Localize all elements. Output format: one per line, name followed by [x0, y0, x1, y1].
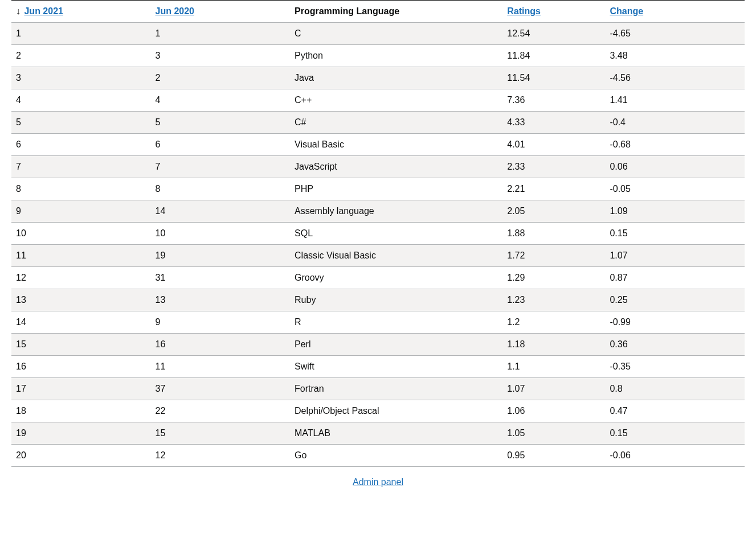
header-link-change[interactable]: Change: [610, 6, 643, 16]
table-header-row: ↓ Jun 2021 Jun 2020 Programming Language…: [11, 1, 745, 23]
cell-change: 0.8: [605, 378, 745, 400]
cell-language: JavaScript: [290, 156, 502, 178]
cell-ratings: 7.36: [502, 89, 605, 112]
table-row: 1516Perl1.180.36: [11, 334, 745, 356]
cell-ratings: 2.21: [502, 178, 605, 200]
cell-language: Swift: [290, 356, 502, 378]
table-row: 88PHP2.21-0.05: [11, 178, 745, 200]
cell-language: Groovy: [290, 267, 502, 289]
cell-change: -4.65: [605, 23, 745, 45]
cell-language: R: [290, 311, 502, 334]
table-row: 55C#4.33-0.4: [11, 112, 745, 134]
cell-language: SQL: [290, 223, 502, 245]
cell-ratings: 4.01: [502, 134, 605, 156]
cell-ratings: 2.05: [502, 200, 605, 223]
cell-change: -0.4: [605, 112, 745, 134]
cell-language: C: [290, 23, 502, 45]
cell-jun2020: 16: [151, 334, 291, 356]
cell-language: Ruby: [290, 289, 502, 311]
cell-ratings: 1.06: [502, 400, 605, 422]
cell-jun2021: 19: [11, 422, 151, 445]
table-row: 1119Classic Visual Basic1.721.07: [11, 245, 745, 267]
cell-jun2020: 3: [151, 45, 291, 67]
cell-jun2021: 2: [11, 45, 151, 67]
cell-jun2020: 11: [151, 356, 291, 378]
cell-ratings: 1.29: [502, 267, 605, 289]
cell-language: Go: [290, 445, 502, 467]
cell-ratings: 2.33: [502, 156, 605, 178]
cell-jun2021: 20: [11, 445, 151, 467]
table-row: 1313Ruby1.230.25: [11, 289, 745, 311]
cell-jun2020: 15: [151, 422, 291, 445]
cell-jun2020: 12: [151, 445, 291, 467]
table-row: 1231Groovy1.290.87: [11, 267, 745, 289]
cell-ratings: 1.23: [502, 289, 605, 311]
cell-jun2021: 13: [11, 289, 151, 311]
cell-jun2021: 11: [11, 245, 151, 267]
cell-change: 0.25: [605, 289, 745, 311]
header-ratings[interactable]: Ratings: [502, 1, 605, 23]
cell-ratings: 1.2: [502, 311, 605, 334]
cell-jun2020: 4: [151, 89, 291, 112]
cell-jun2021: 18: [11, 400, 151, 422]
table-row: 2012Go0.95-0.06: [11, 445, 745, 467]
cell-jun2020: 10: [151, 223, 291, 245]
table-row: 32Java11.54-4.56: [11, 67, 745, 89]
table-row: 66Visual Basic4.01-0.68: [11, 134, 745, 156]
cell-change: 0.15: [605, 223, 745, 245]
cell-language: Delphi/Object Pascal: [290, 400, 502, 422]
cell-language: Fortran: [290, 378, 502, 400]
header-language: Programming Language: [290, 1, 502, 23]
cell-jun2021: 9: [11, 200, 151, 223]
cell-language: Java: [290, 67, 502, 89]
header-link-jun2020[interactable]: Jun 2020: [156, 6, 194, 16]
cell-language: Visual Basic: [290, 134, 502, 156]
cell-jun2020: 5: [151, 112, 291, 134]
header-jun2020[interactable]: Jun 2020: [151, 1, 291, 23]
cell-change: -0.99: [605, 311, 745, 334]
cell-jun2021: 14: [11, 311, 151, 334]
table-body: 11C12.54-4.6523Python11.843.4832Java11.5…: [11, 23, 745, 467]
header-change[interactable]: Change: [605, 1, 745, 23]
cell-ratings: 1.18: [502, 334, 605, 356]
cell-jun2021: 12: [11, 267, 151, 289]
cell-change: -0.06: [605, 445, 745, 467]
cell-change: -0.68: [605, 134, 745, 156]
cell-jun2020: 22: [151, 400, 291, 422]
table-row: 11C12.54-4.65: [11, 23, 745, 45]
header-link-ratings[interactable]: Ratings: [507, 6, 541, 16]
cell-ratings: 1.88: [502, 223, 605, 245]
cell-jun2021: 15: [11, 334, 151, 356]
cell-change: -4.56: [605, 67, 745, 89]
table-row: 77JavaScript2.330.06: [11, 156, 745, 178]
cell-jun2020: 7: [151, 156, 291, 178]
cell-language: MATLAB: [290, 422, 502, 445]
admin-panel-link[interactable]: Admin panel: [353, 477, 403, 487]
cell-jun2020: 13: [151, 289, 291, 311]
cell-jun2021: 1: [11, 23, 151, 45]
cell-jun2021: 6: [11, 134, 151, 156]
table-row: 23Python11.843.48: [11, 45, 745, 67]
cell-jun2020: 2: [151, 67, 291, 89]
cell-change: 1.07: [605, 245, 745, 267]
cell-jun2021: 4: [11, 89, 151, 112]
cell-change: 0.15: [605, 422, 745, 445]
cell-change: 0.47: [605, 400, 745, 422]
header-jun2021[interactable]: ↓ Jun 2021: [11, 1, 151, 23]
cell-language: Classic Visual Basic: [290, 245, 502, 267]
cell-jun2021: 3: [11, 67, 151, 89]
table-row: 1737Fortran1.070.8: [11, 378, 745, 400]
cell-language: PHP: [290, 178, 502, 200]
cell-ratings: 1.07: [502, 378, 605, 400]
cell-jun2021: 16: [11, 356, 151, 378]
cell-change: 3.48: [605, 45, 745, 67]
cell-change: -0.35: [605, 356, 745, 378]
header-link-jun2021[interactable]: Jun 2021: [24, 6, 63, 16]
cell-ratings: 0.95: [502, 445, 605, 467]
table-row: 1611Swift1.1-0.35: [11, 356, 745, 378]
cell-jun2020: 1: [151, 23, 291, 45]
cell-change: 0.87: [605, 267, 745, 289]
sort-descending-icon: ↓: [16, 6, 21, 16]
cell-language: Perl: [290, 334, 502, 356]
cell-jun2020: 9: [151, 311, 291, 334]
